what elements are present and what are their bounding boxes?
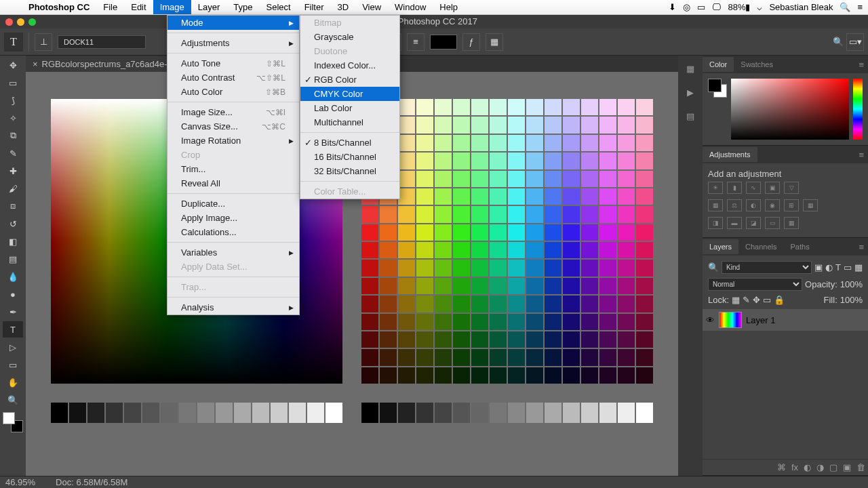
- adj-brightness[interactable]: ☀: [708, 182, 723, 194]
- libraries-icon[interactable]: ▦: [686, 64, 694, 74]
- panel-menu-icon[interactable]: ≡: [859, 60, 868, 70]
- zoom-tool[interactable]: 🔍: [3, 392, 23, 408]
- menu-calculations[interactable]: Calculations...: [167, 225, 299, 239]
- menu-image-rotation[interactable]: Image Rotation: [167, 134, 299, 148]
- pen-tool[interactable]: ✒: [3, 304, 23, 320]
- adj-balance[interactable]: ⚖: [727, 199, 742, 211]
- zoom-window[interactable]: [28, 18, 36, 26]
- layer-thumbnail[interactable]: [719, 312, 742, 328]
- adj-hue[interactable]: ▦: [708, 199, 723, 211]
- filter-smart-icon[interactable]: ▦: [854, 262, 863, 272]
- tab-close-icon[interactable]: ×: [33, 59, 38, 69]
- adj-invert[interactable]: ◨: [708, 217, 723, 229]
- panel-menu-icon[interactable]: ≡: [859, 242, 868, 252]
- eyedropper-tool[interactable]: ✎: [3, 145, 23, 161]
- new-fill-icon[interactable]: ◑: [816, 462, 824, 472]
- search-icon[interactable]: 🔍: [833, 37, 844, 47]
- adj-curves[interactable]: ∿: [746, 182, 761, 194]
- fx-icon[interactable]: fx: [791, 462, 798, 472]
- healing-tool[interactable]: ✚: [3, 163, 23, 179]
- lock-pos-icon[interactable]: ✥: [753, 295, 760, 305]
- adj-bw[interactable]: ◐: [746, 199, 761, 211]
- brush-tool[interactable]: 🖌: [3, 180, 23, 197]
- menu-extras-icon[interactable]: ≡: [857, 2, 863, 12]
- type-tool[interactable]: T: [3, 321, 23, 338]
- filter-type-icon[interactable]: T: [835, 262, 841, 272]
- lock-all-icon[interactable]: 🔒: [774, 295, 785, 305]
- menu-reveal-all[interactable]: Reveal All: [167, 176, 299, 190]
- mode-cmyk[interactable]: CMYK Color: [300, 87, 399, 101]
- mode-grayscale[interactable]: Grayscale: [300, 30, 399, 44]
- menu-image-size[interactable]: Image Size...⌥⌘I: [167, 105, 299, 119]
- mode-32bit[interactable]: 32 Bits/Channel: [300, 164, 399, 178]
- blend-mode[interactable]: Normal: [708, 278, 802, 291]
- adj-levels[interactable]: ▮: [727, 182, 742, 194]
- fg-bg-colors[interactable]: [3, 412, 23, 432]
- mode-8bit[interactable]: 8 Bits/Channel: [300, 136, 399, 150]
- shape-tool[interactable]: ▭: [3, 357, 23, 373]
- menu-auto-color[interactable]: Auto Color⇧⌘B: [167, 85, 299, 99]
- hand-tool[interactable]: ✋: [3, 374, 23, 390]
- align-right[interactable]: ≡: [407, 33, 425, 51]
- channels-tab[interactable]: Channels: [738, 239, 783, 254]
- minimize-window[interactable]: [17, 18, 24, 26]
- sync-icon[interactable]: ⬇︎: [669, 2, 676, 12]
- menu-analysis[interactable]: Analysis: [167, 300, 299, 314]
- layer-row[interactable]: 👁 Layer 1: [703, 309, 868, 331]
- menu-auto-tone[interactable]: Auto Tone⇧⌘L: [167, 56, 299, 70]
- menu-file[interactable]: File: [96, 0, 124, 14]
- move-tool[interactable]: ✥: [3, 57, 23, 73]
- lock-paint-icon[interactable]: ✎: [743, 295, 750, 305]
- menu-variables[interactable]: Variables: [167, 245, 299, 260]
- mask-icon[interactable]: ◐: [804, 462, 811, 472]
- menu-adjustments[interactable]: Adjustments: [167, 36, 299, 50]
- swatches-tab[interactable]: Swatches: [734, 57, 780, 72]
- lasso-tool[interactable]: ⟆: [3, 92, 23, 108]
- mode-multichannel[interactable]: Multichannel: [300, 115, 399, 129]
- doc-size[interactable]: Doc: 6.58M/6.58M: [56, 477, 127, 487]
- history-brush-tool[interactable]: ↺: [3, 216, 23, 232]
- menu-3d[interactable]: 3D: [331, 0, 356, 14]
- layer-name[interactable]: Layer 1: [746, 315, 775, 325]
- menu-canvas-size[interactable]: Canvas Size...⌥⌘C: [167, 119, 299, 134]
- hue-slider[interactable]: [853, 79, 863, 140]
- wifi-icon[interactable]: ⌵: [757, 2, 762, 12]
- menu-mode[interactable]: Mode: [167, 16, 299, 30]
- font-family-input[interactable]: [58, 35, 146, 49]
- tv-icon[interactable]: ▭: [697, 2, 705, 12]
- crop-tool[interactable]: ⧉: [3, 127, 23, 144]
- color-tab[interactable]: Color: [703, 57, 734, 72]
- adj-mixer[interactable]: ⊞: [784, 199, 799, 211]
- menu-trim[interactable]: Trim...: [167, 162, 299, 176]
- menu-image[interactable]: Image: [153, 0, 191, 14]
- menu-layer[interactable]: Layer: [191, 0, 227, 14]
- menu-select[interactable]: Select: [259, 0, 297, 14]
- tool-preset[interactable]: T: [4, 33, 23, 52]
- adj-lookup[interactable]: ▦: [803, 199, 818, 211]
- menu-help[interactable]: Help: [433, 0, 465, 14]
- zoom-level[interactable]: 46.95%: [5, 477, 35, 487]
- adj-exposure[interactable]: ▣: [765, 182, 780, 194]
- orientation-toggle[interactable]: ⊥: [35, 33, 52, 51]
- marquee-tool[interactable]: ▭: [3, 75, 23, 91]
- fill-value[interactable]: 100%: [840, 295, 863, 305]
- mode-16bit[interactable]: 16 Bits/Channel: [300, 150, 399, 164]
- text-color-swatch[interactable]: [430, 35, 457, 49]
- workspace-switcher[interactable]: ▭▾: [846, 33, 864, 51]
- warp-text[interactable]: ƒ: [462, 33, 480, 51]
- close-window[interactable]: [5, 18, 13, 26]
- adj-photo[interactable]: ◉: [765, 199, 780, 211]
- adj-poster[interactable]: ▬: [727, 217, 742, 229]
- new-layer-icon[interactable]: ▣: [843, 462, 851, 472]
- lock-nest-icon[interactable]: ▭: [763, 295, 771, 305]
- magic-wand-tool[interactable]: ✧: [3, 110, 23, 126]
- display-icon[interactable]: 🖵: [712, 2, 721, 12]
- mode-indexed[interactable]: Indexed Color...: [300, 58, 399, 73]
- path-tool[interactable]: ▷: [3, 339, 23, 355]
- filter-shape-icon[interactable]: ▭: [844, 262, 852, 272]
- character-panel-toggle[interactable]: ▦: [486, 33, 503, 51]
- trash-icon[interactable]: 🗑: [856, 462, 865, 472]
- menu-type[interactable]: Type: [226, 0, 259, 14]
- blur-tool[interactable]: 💧: [3, 268, 23, 285]
- opacity-value[interactable]: 100%: [840, 279, 863, 289]
